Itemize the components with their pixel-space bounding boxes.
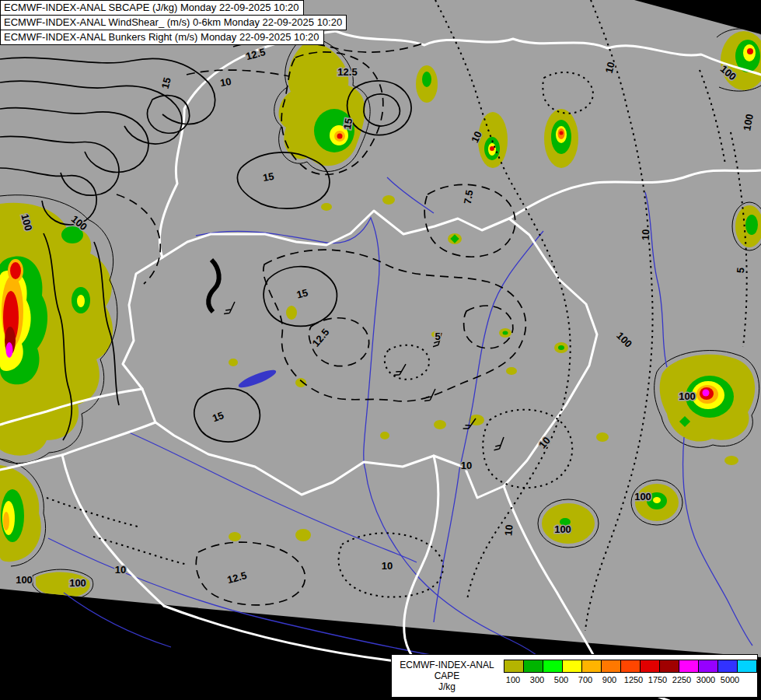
map-svg: 151012.512.5151010157.51512.551051010101… [0, 0, 761, 700]
shear-contour-label: 10 [461, 460, 472, 471]
legend-color-swatch [738, 660, 756, 672]
cape-contour-label: 100 [16, 574, 33, 586]
legend-color-swatch [641, 660, 660, 672]
legend-color-swatch [699, 660, 718, 672]
model-domain-land [0, 0, 761, 657]
shear-contour-label: 15 [262, 170, 275, 184]
cape-contour-label: 100 [69, 577, 86, 589]
shear-contour-label: 10 [640, 229, 651, 240]
shear-contour-label: 5 [435, 331, 440, 342]
legend-tick-value: 300 [530, 675, 544, 684]
legend-box: ECMWF-INDEX-ANAL CAPE J/kg 1003005007009… [391, 654, 758, 698]
shear-contour-label: 15 [341, 117, 354, 131]
legend-tick-value: 500 [554, 675, 568, 684]
cape-contour-label: 100 [634, 491, 651, 502]
legend-color-swatch [524, 660, 543, 672]
legend-tick-value: 5000 [721, 675, 739, 684]
legend-color-swatch [718, 660, 738, 672]
legend-color-swatch [563, 660, 582, 672]
legend-color-swatch [660, 660, 679, 672]
legend-tick-value: 1750 [648, 675, 667, 684]
shear-contour-label: 12.5 [337, 66, 357, 78]
legend-color-swatch [602, 660, 621, 672]
legend-tick-value: 3000 [696, 675, 715, 684]
shear-contour-label: 10 [115, 564, 126, 576]
legend-units: J/kg [438, 681, 456, 692]
title-bar-bunkers: ECMWF-INDEX-ANAL Bunkers Right (m/s) Mon… [0, 30, 324, 45]
cape-contour-label: 100 [554, 523, 571, 535]
title-bar-sbcape: ECMWF-INDEX-ANAL SBCAPE (J/kg) Monday 22… [0, 0, 304, 16]
legend-tick-value: 900 [602, 675, 616, 684]
legend-color-swatch [543, 660, 563, 672]
legend-color-swatch [504, 660, 524, 672]
legend-parameter: CAPE [435, 670, 460, 681]
shear-contour-label: 10 [502, 524, 515, 537]
title-bar-windshear: ECMWF-INDEX-ANAL WindShear_ (m/s) 0-6km … [0, 15, 347, 30]
shear-contour-label: 10 [219, 75, 232, 89]
shear-contour-label: 7.5 [462, 189, 476, 205]
legend-color-swatch [621, 660, 641, 672]
legend-text-block: ECMWF-INDEX-ANAL CAPE J/kg [392, 655, 502, 697]
legend-tick-value: 2250 [672, 675, 691, 684]
legend-tick-value: 100 [506, 675, 520, 684]
legend-colorbar [504, 660, 757, 673]
cape-contour-label: 100 [679, 390, 696, 402]
legend-color-swatch [679, 660, 699, 672]
legend-color-swatch [582, 660, 602, 672]
shear-contour-label: 10 [382, 560, 393, 572]
legend-tick-value: 1250 [624, 675, 643, 684]
legend-tick-row: 10030050070090012501750225030005000 [504, 675, 748, 686]
shear-contour-label: 5 [735, 267, 747, 274]
legend-tick-value: 700 [578, 675, 592, 684]
legend-colorbar-area: 10030050070090012501750225030005000 [502, 655, 757, 697]
legend-model-title: ECMWF-INDEX-ANAL [400, 660, 494, 670]
weather-chart: 151012.512.5151010157.51512.551051010101… [0, 0, 761, 700]
